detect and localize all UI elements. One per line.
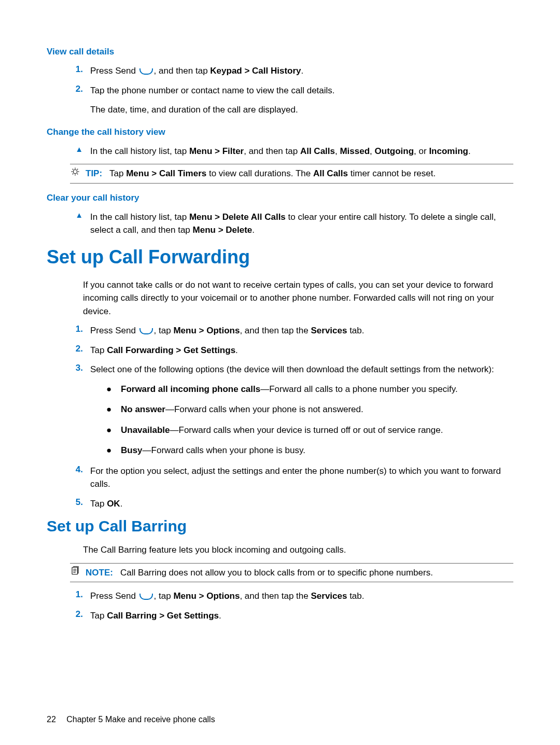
step-number: 2. bbox=[72, 344, 83, 354]
text: tab. bbox=[347, 591, 364, 601]
text: Press Send bbox=[90, 66, 138, 76]
svg-line-8 bbox=[77, 169, 78, 170]
bullet-dot-icon: ● bbox=[106, 424, 111, 437]
svg-line-5 bbox=[73, 169, 74, 170]
svg-line-7 bbox=[73, 174, 74, 175]
text: —Forward calls when your device is turne… bbox=[170, 425, 443, 435]
text: Call Barring does not allow you to block… bbox=[120, 568, 433, 578]
bold-text: All Calls bbox=[313, 168, 348, 178]
bold-text: Menu > Options bbox=[173, 326, 240, 335]
step-body: Press Send , tap Menu > Options, and the… bbox=[90, 589, 513, 603]
heading-view-call-details: View call details bbox=[47, 47, 513, 57]
step-body: In the call history list, tap Menu > Del… bbox=[90, 210, 513, 237]
step-body: Tap the phone number or contact name to … bbox=[90, 84, 513, 97]
bullet-item: ● Forward all incoming phone calls—Forwa… bbox=[106, 383, 513, 396]
bold-text: No answer bbox=[121, 404, 165, 414]
step-row: 2. Tap Call Barring > Get Settings. bbox=[47, 609, 513, 623]
bold-text: Missed bbox=[340, 146, 370, 156]
step-number: 4. bbox=[72, 465, 83, 475]
text: Press Send bbox=[90, 591, 138, 601]
send-icon bbox=[139, 594, 153, 600]
text: tab. bbox=[347, 326, 364, 335]
bullet-dot-icon: ● bbox=[106, 444, 111, 457]
text: Tap bbox=[90, 611, 107, 621]
text: . bbox=[468, 146, 471, 156]
bold-text: Unavailable bbox=[121, 425, 170, 435]
send-icon bbox=[139, 68, 153, 75]
step-body: Select one of the following options (the… bbox=[90, 363, 513, 376]
bold-text: Call Barring > Get Settings bbox=[107, 611, 219, 621]
text: In the call history list, tap bbox=[90, 146, 189, 156]
note-box: NOTE: Call Barring does not allow you to… bbox=[70, 563, 513, 583]
step-row: 1. Press Send , tap Menu > Options, and … bbox=[47, 324, 513, 338]
intro-text: The Call Barring feature lets you block … bbox=[83, 543, 513, 557]
step-body: Press Send , tap Menu > Options, and the… bbox=[90, 324, 513, 338]
note-label: NOTE: bbox=[86, 568, 113, 578]
bold-text: Call Forwarding > Get Settings bbox=[107, 345, 235, 355]
bold-text: Menu > Filter bbox=[189, 146, 244, 156]
bullet-item: ● Busy—Forward calls when your phone is … bbox=[106, 444, 513, 457]
bullet-item: ● No answer—Forward calls when your phon… bbox=[106, 403, 513, 416]
step-number: 1. bbox=[72, 64, 83, 75]
text: Tap bbox=[90, 345, 107, 355]
tip-content: TIP: Tap Menu > Call Timers to view call… bbox=[86, 167, 436, 180]
bold-text: Incoming bbox=[429, 146, 468, 156]
step-row: 2. Tap Call Forwarding > Get Settings. bbox=[47, 344, 513, 357]
bold-text: Forward all incoming phone calls bbox=[121, 384, 260, 394]
svg-line-6 bbox=[77, 174, 78, 175]
tip-box: TIP: Tap Menu > Call Timers to view call… bbox=[70, 164, 513, 184]
text: , and then tap bbox=[154, 66, 211, 76]
heading-clear-call-history: Clear your call history bbox=[47, 193, 513, 203]
intro-text: If you cannot take calls or do not want … bbox=[83, 278, 513, 318]
text: , or bbox=[414, 146, 429, 156]
text: Tap bbox=[109, 168, 126, 178]
triangle-icon: ▲ bbox=[72, 145, 83, 153]
text: . bbox=[252, 225, 255, 235]
page-container: View call details 1. Press Send , and th… bbox=[0, 0, 560, 745]
bullet-item: ● Unavailable—Forward calls when your de… bbox=[106, 424, 513, 437]
heading-set-up-call-barring: Set up Call Barring bbox=[47, 517, 513, 535]
step-body: Tap Call Barring > Get Settings. bbox=[90, 609, 513, 623]
page-number: 22 bbox=[47, 715, 56, 724]
text: In the call history list, tap bbox=[90, 212, 189, 222]
bullet-dot-icon: ● bbox=[106, 383, 111, 396]
bullet-row: ▲ In the call history list, tap Menu > F… bbox=[47, 145, 513, 158]
text: timer cannot be reset. bbox=[348, 168, 436, 178]
send-icon bbox=[139, 328, 153, 334]
text: . bbox=[120, 499, 123, 509]
step-number: 1. bbox=[72, 324, 83, 334]
bold-text: Keypad > Call History bbox=[210, 66, 301, 76]
step-body: In the call history list, tap Menu > Fil… bbox=[90, 145, 513, 158]
bold-text: Menu > Delete bbox=[193, 225, 253, 235]
text: Press Send bbox=[90, 326, 138, 335]
step-body: Tap OK. bbox=[90, 497, 513, 511]
text: —Forward calls when your phone is busy. bbox=[143, 445, 305, 455]
step-row: 3. Select one of the following options (… bbox=[47, 363, 513, 376]
bold-text: All Calls bbox=[300, 146, 335, 156]
text: , and then tap the bbox=[240, 326, 311, 335]
text: —Forward calls when your phone is not an… bbox=[165, 404, 363, 414]
heading-set-up-call-forwarding: Set up Call Forwarding bbox=[47, 246, 513, 268]
bold-text: Menu > Call Timers bbox=[126, 168, 206, 178]
note-icon bbox=[70, 566, 80, 580]
bold-text: OK bbox=[107, 499, 120, 509]
step-number: 3. bbox=[72, 363, 83, 373]
triangle-icon: ▲ bbox=[72, 210, 83, 219]
text: , tap bbox=[154, 326, 174, 335]
step-body: For the option you select, adjust the se… bbox=[90, 465, 513, 491]
bullet-row: ▲ In the call history list, tap Menu > D… bbox=[47, 210, 513, 237]
heading-change-call-history-view: Change the call history view bbox=[47, 127, 513, 137]
step-number: 1. bbox=[72, 589, 83, 600]
bullet-dot-icon: ● bbox=[106, 403, 111, 416]
tip-label: TIP: bbox=[86, 168, 102, 178]
bold-text: Menu > Options bbox=[173, 591, 240, 601]
step-row: 1. Press Send , and then tap Keypad > Ca… bbox=[47, 64, 513, 78]
page-footer: 22 Chapter 5 Make and receive phone call… bbox=[47, 715, 215, 724]
body-text: The date, time, and duration of the call… bbox=[90, 103, 513, 117]
bold-text: Services bbox=[311, 326, 347, 335]
step-row: 4. For the option you select, adjust the… bbox=[47, 465, 513, 491]
step-number: 2. bbox=[72, 84, 83, 94]
text: —Forward all calls to a phone number you… bbox=[260, 384, 457, 394]
step-row: 5. Tap OK. bbox=[47, 497, 513, 511]
text: , and then tap bbox=[244, 146, 300, 156]
